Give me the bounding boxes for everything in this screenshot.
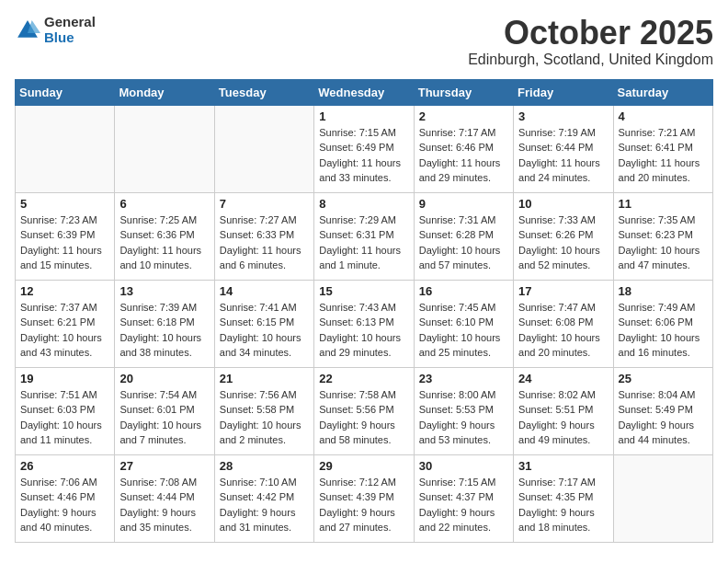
day-number: 15 (319, 284, 408, 298)
day-info: Sunrise: 7:41 AM Sunset: 6:15 PM Dayligh… (220, 300, 309, 361)
day-number: 17 (518, 284, 608, 298)
calendar-cell: 30Sunrise: 7:15 AM Sunset: 4:37 PM Dayli… (414, 454, 513, 542)
day-number: 8 (319, 197, 408, 211)
calendar-cell (16, 105, 115, 192)
logo-general-text: General (44, 15, 96, 30)
calendar-cell: 27Sunrise: 7:08 AM Sunset: 4:44 PM Dayli… (115, 454, 214, 542)
day-info: Sunrise: 7:31 AM Sunset: 6:28 PM Dayligh… (419, 213, 508, 273)
calendar-cell: 20Sunrise: 7:54 AM Sunset: 6:01 PM Dayli… (115, 367, 214, 454)
calendar-cell: 1Sunrise: 7:15 AM Sunset: 6:49 PM Daylig… (314, 105, 414, 192)
calendar-week-4: 26Sunrise: 7:06 AM Sunset: 4:46 PM Dayli… (16, 454, 713, 542)
calendar-cell (214, 105, 313, 192)
calendar-cell: 11Sunrise: 7:35 AM Sunset: 6:23 PM Dayli… (613, 192, 712, 280)
header-sunday: Sunday (16, 79, 115, 105)
header-friday: Friday (514, 79, 613, 105)
logo-blue-text: Blue (44, 30, 96, 46)
calendar-cell: 7Sunrise: 7:27 AM Sunset: 6:33 PM Daylig… (214, 192, 313, 280)
calendar-cell: 21Sunrise: 7:56 AM Sunset: 5:58 PM Dayli… (214, 367, 313, 454)
header-tuesday: Tuesday (214, 79, 313, 105)
day-number: 29 (319, 459, 408, 473)
calendar-cell: 2Sunrise: 7:17 AM Sunset: 6:46 PM Daylig… (414, 105, 513, 192)
calendar-week-0: 1Sunrise: 7:15 AM Sunset: 6:49 PM Daylig… (16, 105, 713, 192)
calendar-cell: 5Sunrise: 7:23 AM Sunset: 6:39 PM Daylig… (16, 192, 115, 280)
day-info: Sunrise: 7:43 AM Sunset: 6:13 PM Dayligh… (319, 300, 408, 361)
header-monday: Monday (115, 79, 214, 105)
calendar-cell: 29Sunrise: 7:12 AM Sunset: 4:39 PM Dayli… (314, 454, 414, 542)
day-info: Sunrise: 7:23 AM Sunset: 6:39 PM Dayligh… (20, 213, 109, 273)
day-number: 22 (319, 372, 408, 385)
calendar-cell: 13Sunrise: 7:39 AM Sunset: 6:18 PM Dayli… (115, 280, 214, 367)
day-number: 9 (419, 197, 508, 211)
day-info: Sunrise: 7:33 AM Sunset: 6:26 PM Dayligh… (518, 213, 608, 273)
day-number: 2 (419, 109, 508, 123)
day-number: 25 (619, 372, 708, 385)
month-title: October 2025 (468, 15, 713, 52)
calendar-cell: 18Sunrise: 7:49 AM Sunset: 6:06 PM Dayli… (613, 280, 712, 367)
day-info: Sunrise: 7:12 AM Sunset: 4:39 PM Dayligh… (319, 475, 408, 535)
day-info: Sunrise: 7:56 AM Sunset: 5:58 PM Dayligh… (220, 387, 309, 448)
calendar-week-1: 5Sunrise: 7:23 AM Sunset: 6:39 PM Daylig… (16, 192, 713, 280)
day-number: 23 (419, 372, 508, 385)
header-wednesday: Wednesday (314, 79, 414, 105)
calendar-cell: 8Sunrise: 7:29 AM Sunset: 6:31 PM Daylig… (314, 192, 414, 280)
calendar-cell: 17Sunrise: 7:47 AM Sunset: 6:08 PM Dayli… (514, 280, 613, 367)
day-info: Sunrise: 7:29 AM Sunset: 6:31 PM Dayligh… (319, 213, 408, 273)
day-info: Sunrise: 8:00 AM Sunset: 5:53 PM Dayligh… (419, 387, 508, 448)
calendar-cell: 23Sunrise: 8:00 AM Sunset: 5:53 PM Dayli… (414, 367, 513, 454)
day-info: Sunrise: 7:49 AM Sunset: 6:06 PM Dayligh… (619, 300, 708, 361)
calendar-cell: 14Sunrise: 7:41 AM Sunset: 6:15 PM Dayli… (214, 280, 313, 367)
day-info: Sunrise: 7:51 AM Sunset: 6:03 PM Dayligh… (20, 387, 109, 448)
day-number: 12 (20, 284, 109, 298)
calendar-cell: 15Sunrise: 7:43 AM Sunset: 6:13 PM Dayli… (314, 280, 414, 367)
day-info: Sunrise: 7:15 AM Sunset: 4:37 PM Dayligh… (419, 475, 508, 535)
day-number: 1 (319, 109, 408, 123)
day-info: Sunrise: 7:15 AM Sunset: 6:49 PM Dayligh… (319, 125, 408, 186)
calendar-cell: 28Sunrise: 7:10 AM Sunset: 4:42 PM Dayli… (214, 454, 313, 542)
day-number: 18 (619, 284, 708, 298)
day-number: 21 (220, 372, 309, 385)
day-number: 28 (220, 459, 309, 473)
title-block: October 2025 Edinburgh, Scotland, United… (468, 15, 713, 68)
day-info: Sunrise: 7:58 AM Sunset: 5:56 PM Dayligh… (319, 387, 408, 448)
day-info: Sunrise: 7:45 AM Sunset: 6:10 PM Dayligh… (419, 300, 508, 361)
calendar-table: SundayMondayTuesdayWednesdayThursdayFrid… (15, 79, 713, 543)
day-number: 7 (220, 197, 309, 211)
calendar-cell (115, 105, 214, 192)
day-info: Sunrise: 7:21 AM Sunset: 6:41 PM Dayligh… (619, 125, 708, 186)
calendar-cell (613, 454, 712, 542)
calendar-cell: 6Sunrise: 7:25 AM Sunset: 6:36 PM Daylig… (115, 192, 214, 280)
day-info: Sunrise: 8:02 AM Sunset: 5:51 PM Dayligh… (518, 387, 608, 448)
day-info: Sunrise: 8:04 AM Sunset: 5:49 PM Dayligh… (619, 387, 708, 448)
calendar-header-row: SundayMondayTuesdayWednesdayThursdayFrid… (16, 79, 713, 105)
day-info: Sunrise: 7:25 AM Sunset: 6:36 PM Dayligh… (119, 213, 209, 273)
header-saturday: Saturday (613, 79, 712, 105)
day-info: Sunrise: 7:17 AM Sunset: 6:46 PM Dayligh… (419, 125, 508, 186)
day-info: Sunrise: 7:17 AM Sunset: 4:35 PM Dayligh… (518, 475, 608, 535)
day-info: Sunrise: 7:37 AM Sunset: 6:21 PM Dayligh… (20, 300, 109, 361)
location: Edinburgh, Scotland, United Kingdom (468, 52, 713, 68)
day-number: 27 (119, 459, 209, 473)
day-number: 13 (119, 284, 209, 298)
day-number: 26 (20, 459, 109, 473)
calendar-cell: 10Sunrise: 7:33 AM Sunset: 6:26 PM Dayli… (514, 192, 613, 280)
day-number: 4 (619, 109, 708, 123)
day-number: 14 (220, 284, 309, 298)
calendar-cell: 9Sunrise: 7:31 AM Sunset: 6:28 PM Daylig… (414, 192, 513, 280)
day-info: Sunrise: 7:54 AM Sunset: 6:01 PM Dayligh… (119, 387, 209, 448)
calendar-cell: 22Sunrise: 7:58 AM Sunset: 5:56 PM Dayli… (314, 367, 414, 454)
calendar-cell: 12Sunrise: 7:37 AM Sunset: 6:21 PM Dayli… (16, 280, 115, 367)
calendar-cell: 26Sunrise: 7:06 AM Sunset: 4:46 PM Dayli… (16, 454, 115, 542)
calendar-cell: 24Sunrise: 8:02 AM Sunset: 5:51 PM Dayli… (514, 367, 613, 454)
calendar-cell: 16Sunrise: 7:45 AM Sunset: 6:10 PM Dayli… (414, 280, 513, 367)
logo: General Blue (15, 15, 96, 45)
day-info: Sunrise: 7:19 AM Sunset: 6:44 PM Dayligh… (518, 125, 608, 186)
day-info: Sunrise: 7:10 AM Sunset: 4:42 PM Dayligh… (220, 475, 309, 535)
day-number: 3 (518, 109, 608, 123)
day-number: 10 (518, 197, 608, 211)
day-number: 31 (518, 459, 608, 473)
day-number: 5 (20, 197, 109, 211)
calendar-cell: 4Sunrise: 7:21 AM Sunset: 6:41 PM Daylig… (613, 105, 712, 192)
header-thursday: Thursday (414, 79, 513, 105)
day-info: Sunrise: 7:47 AM Sunset: 6:08 PM Dayligh… (518, 300, 608, 361)
calendar-cell: 31Sunrise: 7:17 AM Sunset: 4:35 PM Dayli… (514, 454, 613, 542)
